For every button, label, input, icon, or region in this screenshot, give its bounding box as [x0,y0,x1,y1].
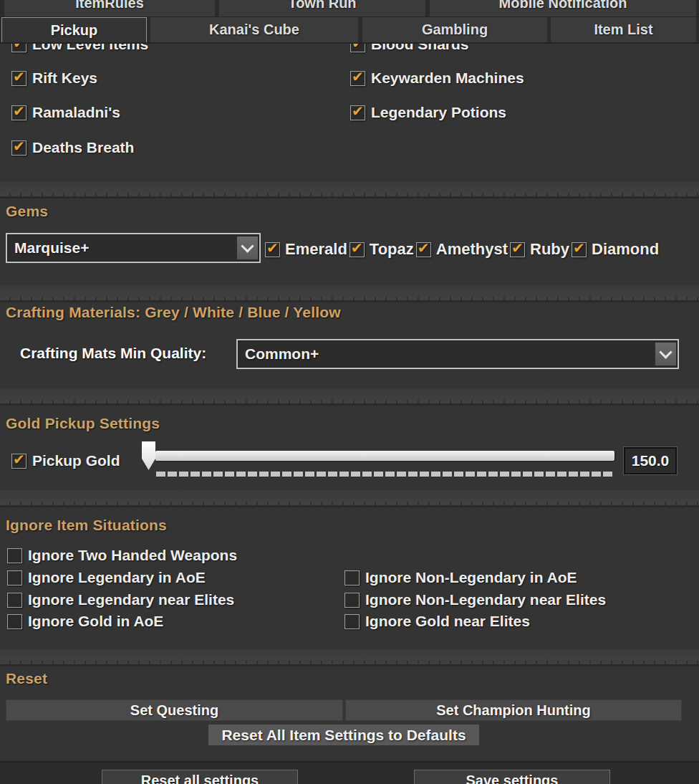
checkbox-box[interactable] [350,105,365,120]
checkbox-label: Diamond [592,240,659,259]
gold-slider-handle[interactable] [142,441,155,470]
tab-item-list[interactable]: Item List [551,17,696,42]
gem-quality-dropdown[interactable]: Marquise+ [6,233,261,263]
ignore-section-title: Ignore Item Situations [6,517,167,534]
checkbox-label: Amethyst [436,240,508,259]
checkbox-box[interactable] [344,570,360,585]
checkbox-label: Rift Keys [32,70,97,87]
tab-gambling[interactable]: Gambling [362,17,547,42]
checkbox-pickup-gold[interactable]: Pickup Gold [11,452,120,469]
checkbox-ignore-nonlegendary-elites[interactable]: Ignore Non-Legendary near Elites [344,591,606,608]
checkbox-label: Topaz [370,240,414,259]
tab-label: Town Run [288,0,356,11]
checkbox-label: Deaths Breath [32,139,134,156]
tab-town-run[interactable]: Town Run [219,0,425,16]
checkbox-ramaladnis[interactable]: Ramaladni's [11,104,120,121]
tab-label: Pickup [51,22,98,39]
checkbox-label: Emerald [285,240,347,259]
gem-type-checkboxes: Emerald Topaz Amethyst Ruby Diamond [265,240,661,259]
checkbox-box[interactable] [7,548,22,563]
checkbox-deaths-breath[interactable]: Deaths Breath [11,139,134,156]
checkbox-label: Ramaladni's [32,104,120,121]
reset-all-settings-button[interactable]: Reset all settings [102,770,298,784]
checkbox-legendary-potions[interactable]: Legendary Potions [350,104,506,121]
section-divider [0,649,699,666]
checkbox-ignore-nonlegendary-aoe[interactable]: Ignore Non-Legendary in AoE [344,569,577,586]
checkbox-topaz[interactable]: Topaz [350,240,414,259]
crafting-mats-min-quality-label: Crafting Mats Min Quality: [20,345,206,362]
set-champion-hunting-button[interactable]: Set Champion Hunting [346,700,681,720]
section-divider [0,388,699,406]
section-divider [0,285,699,302]
checkbox-keywarden-machines[interactable]: Keywarden Machines [350,70,524,87]
chevron-down-icon[interactable] [655,343,676,365]
checkbox-label: Ignore Non-Legendary near Elites [365,591,606,608]
gold-section-title: Gold Pickup Settings [6,415,160,432]
main-tab-bar: ItemRules Town Run Mobile Notification [0,0,699,17]
checkbox-box[interactable] [11,454,26,469]
checkbox-box[interactable] [7,570,22,585]
dropdown-value: Common+ [238,345,655,363]
pickup-settings-window: ItemRules Town Run Mobile Notification P… [0,0,699,784]
checkbox-box[interactable] [350,242,365,257]
checkbox-label: Ignore Gold near Elites [365,613,530,630]
set-questing-button[interactable]: Set Questing [6,700,342,720]
tab-label: Gambling [422,21,488,38]
chevron-down-icon[interactable] [237,236,258,259]
dropdown-value: Marquise+ [7,239,237,257]
checkbox-box[interactable] [344,593,360,608]
checkbox-ignore-gold-elites[interactable]: Ignore Gold near Elites [344,613,530,630]
checkbox-ignore-legendary-aoe[interactable]: Ignore Legendary in AoE [7,569,206,586]
checkbox-label: Keywarden Machines [371,70,524,87]
crafting-mats-quality-dropdown[interactable]: Common+ [236,339,679,369]
tab-pickup[interactable]: Pickup [1,17,147,42]
checkbox-box[interactable] [510,242,525,257]
checkbox-box[interactable] [344,614,360,629]
gems-section-title: Gems [6,203,48,220]
checkbox-box[interactable] [11,140,26,156]
checkbox-rift-keys[interactable]: Rift Keys [11,70,97,87]
checkbox-box[interactable] [350,71,365,86]
checkbox-box[interactable] [572,242,587,257]
checkbox-box[interactable] [416,242,431,257]
checkbox-box[interactable] [11,105,26,120]
reset-section-title: Reset [6,670,47,687]
tab-label: Item List [594,21,652,38]
footer-bar: Reset all settings Save settings [0,761,699,784]
checkbox-emerald[interactable]: Emerald [265,240,347,259]
checkbox-diamond[interactable]: Diamond [572,240,659,259]
sub-tab-bar: Pickup Kanai's Cube Gambling Item List [0,17,699,44]
checkbox-label: Ignore Gold in AoE [28,613,163,630]
gold-value-box: 150.0 [624,447,677,474]
checkbox-ignore-two-handed[interactable]: Ignore Two Handed Weapons [7,547,237,564]
checkbox-label: Ignore Non-Legendary in AoE [365,569,577,586]
checkbox-label: Ruby [530,240,569,259]
gold-slider-ticks [156,472,614,477]
gold-slider-track[interactable] [155,451,614,461]
checkbox-ignore-gold-aoe[interactable]: Ignore Gold in AoE [7,613,163,630]
checkbox-label: Pickup Gold [32,452,120,469]
tab-kanais-cube[interactable]: Kanai's Cube [150,17,358,42]
section-divider [0,181,699,199]
checkbox-label: Ignore Legendary near Elites [28,591,234,608]
checkbox-label: Ignore Legendary in AoE [28,569,206,586]
checkbox-ignore-legendary-elites[interactable]: Ignore Legendary near Elites [7,591,234,608]
checkbox-ruby[interactable]: Ruby [510,240,569,259]
tab-mobile-notification[interactable]: Mobile Notification [430,0,696,16]
checkbox-label: Legendary Potions [371,104,506,121]
tab-label: Kanai's Cube [209,21,299,38]
checkbox-box[interactable] [7,614,22,629]
tab-label: Mobile Notification [499,0,627,11]
crafting-section-title: Crafting Materials: Grey / White / Blue … [6,304,341,321]
tab-itemrules[interactable]: ItemRules [4,0,215,16]
checkbox-label: Ignore Two Handed Weapons [28,547,237,564]
tab-label: ItemRules [75,0,144,11]
checkbox-amethyst[interactable]: Amethyst [416,240,508,259]
section-divider [0,490,699,507]
reset-all-item-settings-button[interactable]: Reset All Item Settings to Defaults [208,725,479,745]
save-settings-button[interactable]: Save settings [414,770,610,784]
checkbox-box[interactable] [11,71,26,86]
checkbox-box[interactable] [265,242,280,257]
checkbox-box[interactable] [7,593,22,608]
